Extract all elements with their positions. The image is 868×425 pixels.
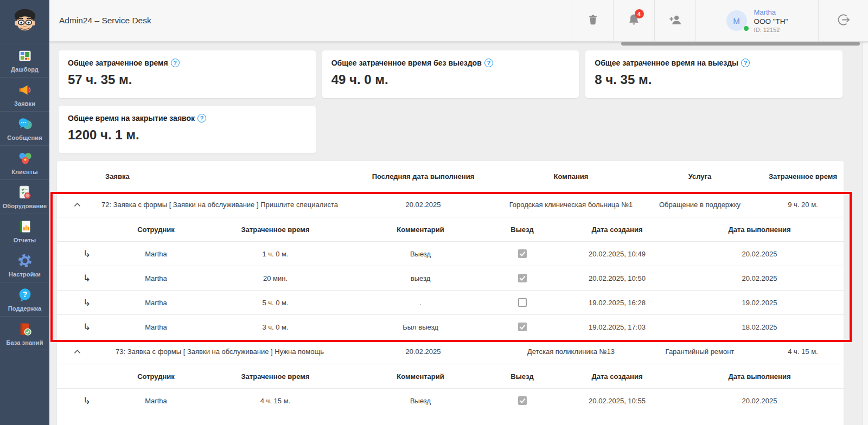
sidebar-item-2[interactable]: Заявки (0, 77, 49, 111)
page-title: Admin24 – Service Desk (59, 16, 151, 25)
help-icon[interactable] (484, 59, 493, 67)
sub-entry-arrow-icon (83, 395, 91, 407)
entry-arrow-cell (57, 242, 117, 266)
sidebar-item-label: Дашборд (11, 66, 39, 73)
sidebar-item-label: Клиенты (11, 169, 38, 175)
subtable-spacer-cell (57, 217, 117, 241)
help-icon[interactable] (171, 59, 180, 67)
entry-comment: Был выезд (355, 315, 486, 339)
ticket-company: Городская клиническая больница №1 (505, 192, 637, 217)
tickets-table: Заявка Последняя дата выполнения Компани… (57, 161, 844, 425)
sub-entry-arrow-icon (83, 273, 91, 284)
subtable-header-row: Сотрудник Затраченное время Комментарий … (57, 364, 844, 388)
entry-arrow-cell (57, 315, 117, 339)
subcol-created: Дата создания (559, 217, 675, 241)
stat-card-label-row: Общее затраченное время без выездов (331, 59, 570, 67)
trip-checkbox[interactable] (518, 396, 527, 405)
sidebar-item-label: Отчеты (14, 237, 36, 243)
sidebar-item-7[interactable]: Настройки (0, 248, 49, 282)
entry-comment: выезд (355, 266, 486, 290)
trash-button[interactable] (572, 0, 613, 41)
entry-employee: Martha (117, 315, 195, 339)
sidebar: Дашборд Заявки Сообщения Клиенты Оборудо… (0, 0, 49, 425)
sidebar-item-5[interactable]: Оборудование (0, 179, 49, 214)
subcol-employee: Сотрудник (117, 364, 195, 388)
dashboard-icon (17, 48, 33, 64)
sidebar-item-label: База знаний (6, 339, 43, 346)
entry-comment: Выезд (355, 389, 486, 413)
logout-button[interactable] (818, 0, 868, 41)
ticket-chevron-cell (57, 192, 98, 217)
time-entry-row: Martha 3 ч. 0 м. Был выезд 19.02.2025, 1… (57, 314, 844, 339)
entry-done: 20.02.2025 (675, 242, 844, 266)
entry-done: 20.02.2025 (675, 389, 844, 413)
vertical-scrollbar-track[interactable] (863, 42, 868, 425)
subcol-time: Затраченное время (195, 217, 355, 241)
sidebar-item-label: Сообщения (7, 134, 42, 141)
subcol-comment: Комментарий (355, 217, 486, 241)
col-company: Компания (505, 161, 637, 192)
add-user-button[interactable] (654, 0, 695, 41)
sidebar-item-8[interactable]: ? Поддержка (0, 282, 49, 316)
sub-entry-arrow-icon (83, 248, 91, 260)
user-avatar: M (726, 10, 747, 31)
sidebar-item-1[interactable]: Дашборд (0, 43, 49, 77)
entry-comment: Выезд (355, 242, 486, 266)
entry-employee: Martha (117, 242, 195, 266)
ticket-row[interactable]: 72: Заявка с формы [ Заявки на обслужива… (57, 192, 844, 217)
entry-employee: Martha (117, 266, 195, 290)
ticket-title: 73: Заявка с формы [ Заявки на обслужива… (98, 339, 342, 364)
time-entry-row: Martha 5 ч. 0 м. . 19.02.2025, 16:28 19.… (57, 290, 844, 314)
app-logo-avatar[interactable] (0, 0, 49, 43)
support-icon: ? (17, 287, 33, 303)
chat-icon (17, 116, 33, 132)
subcol-trip: Выезд (486, 217, 559, 241)
time-entry-row: Martha 4 ч. 15 м. Выезд 20.02.2025, 10:5… (57, 388, 844, 413)
notifications-button[interactable]: 4 (613, 0, 654, 41)
col-time: Затраченное время (762, 161, 844, 192)
col-service: Услуга (637, 161, 762, 192)
sidebar-item-6[interactable]: Отчеты (0, 214, 49, 248)
user-menu[interactable]: M Martha ООО "ТН" ID: 12152 (695, 0, 818, 41)
stat-card-label: Общее время на закрытие заявок (68, 114, 195, 123)
chevron-up-icon[interactable] (74, 202, 81, 207)
user-name: Martha (754, 8, 788, 16)
ticket-service: Гарантийный ремонт (637, 339, 762, 364)
ticket-row[interactable]: 73: Заявка с формы [ Заявки на обслужива… (57, 339, 844, 364)
stat-card-label-row: Общее время на закрытие заявок (68, 114, 307, 123)
col-ticket: Заявка (98, 161, 342, 192)
sidebar-item-9[interactable]: База знаний (0, 316, 49, 350)
sidebar-item-4[interactable]: Клиенты (0, 145, 49, 179)
chevron-up-icon[interactable] (74, 349, 81, 354)
user-company: ООО "ТН" (754, 17, 788, 25)
stat-card-label: Общее затраченное время (68, 59, 168, 67)
horizontal-scrollbar-thumb[interactable] (621, 42, 860, 46)
trip-checkbox[interactable] (518, 249, 527, 258)
sidebar-item-3[interactable]: Сообщения (0, 111, 49, 145)
entry-time: 1 ч. 0 м. (195, 242, 355, 266)
trip-checkbox[interactable] (518, 298, 527, 307)
subtable-spacer-cell (57, 364, 117, 388)
ticket-service: Обращение в поддержку (637, 192, 762, 217)
entry-trip-cell (486, 242, 559, 266)
entry-time: 4 ч. 15 м. (195, 389, 355, 413)
subcol-time: Затраченное время (195, 364, 355, 388)
stat-card: Общее затраченное время на выезды 8 ч. 3… (585, 50, 843, 98)
help-icon[interactable] (197, 114, 206, 123)
help-icon[interactable] (741, 59, 750, 67)
header-spacer-cell (57, 161, 98, 192)
entry-trip-cell (486, 315, 559, 339)
reports-icon (17, 218, 33, 235)
entry-created: 20.02.2025, 10:49 (559, 242, 675, 266)
entry-trip-cell (486, 291, 559, 314)
sub-entry-arrow-icon (83, 297, 91, 308)
header: Admin24 – Service Desk 4 (49, 0, 868, 42)
entries-list: Martha 4 ч. 15 м. Выезд 20.02.2025, 10:5… (57, 388, 844, 413)
trip-checkbox[interactable] (518, 323, 527, 331)
trip-checkbox[interactable] (518, 274, 527, 282)
summary-cards: Общее затраченное время 57 ч. 35 м. Обще… (59, 50, 843, 153)
online-status-dot (744, 26, 749, 31)
subcol-trip: Выезд (486, 364, 559, 388)
user-info: Martha ООО "ТН" ID: 12152 (754, 8, 788, 33)
entry-done: 19.02.2025 (675, 291, 844, 314)
